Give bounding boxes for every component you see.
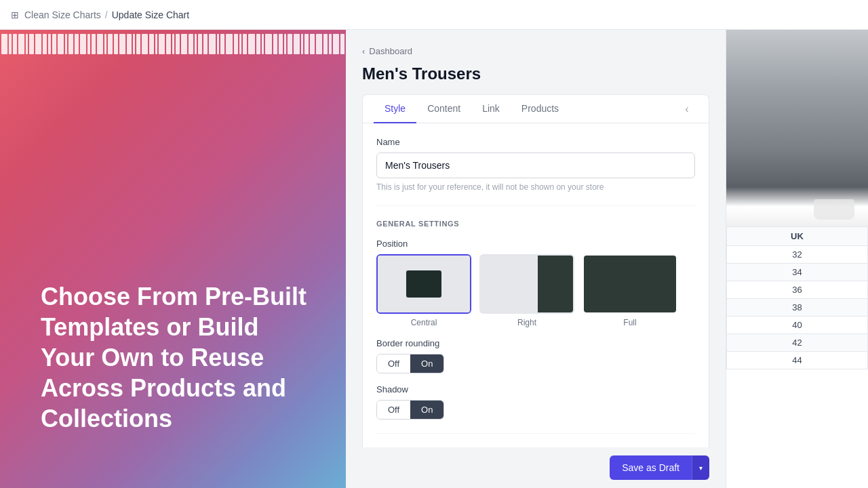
barcode-line bbox=[333, 34, 339, 54]
shadow-off[interactable]: Off bbox=[377, 401, 410, 419]
barcode-line bbox=[1, 34, 7, 54]
barcode-line bbox=[316, 34, 322, 54]
barcode-line bbox=[189, 34, 193, 54]
tab-link[interactable]: Link bbox=[471, 95, 511, 123]
border-rounding-off[interactable]: Off bbox=[377, 354, 410, 373]
form-container: ‹ Dashboard Men's Trousers Style Content… bbox=[346, 30, 726, 447]
position-label-right: Right bbox=[517, 318, 536, 327]
barcode-line bbox=[26, 34, 28, 54]
size-cell: 40 bbox=[727, 317, 868, 334]
barcode-line bbox=[65, 34, 67, 54]
border-rounding-row: Border rounding Off On bbox=[376, 338, 695, 373]
table-row: 34 bbox=[727, 264, 868, 281]
barcode-line bbox=[198, 34, 202, 54]
position-option-right[interactable]: Right bbox=[479, 254, 574, 327]
barcode-line bbox=[239, 34, 241, 54]
barcode-line bbox=[119, 34, 125, 54]
hero-text: Choose From Pre-Built Templates or Build… bbox=[41, 281, 319, 434]
size-cell: 42 bbox=[727, 334, 868, 352]
breadcrumb-app[interactable]: Clean Size Charts bbox=[24, 9, 101, 20]
position-option-full[interactable]: Full bbox=[583, 254, 677, 327]
tab-style[interactable]: Style bbox=[374, 95, 416, 123]
barcode-line bbox=[80, 34, 86, 54]
border-rounding-on[interactable]: On bbox=[410, 354, 443, 373]
barcode-line bbox=[288, 34, 292, 54]
position-preview-central bbox=[376, 254, 471, 314]
barcode-line bbox=[301, 34, 303, 54]
left-panel: Choose From Pre-Built Templates or Build… bbox=[0, 30, 346, 488]
barcode-line bbox=[52, 34, 56, 54]
table-row: 32 bbox=[727, 246, 868, 264]
barcode-line bbox=[29, 34, 33, 54]
pos-bg-central bbox=[378, 256, 470, 312]
barcode-line bbox=[234, 34, 238, 54]
barcode-line bbox=[43, 34, 47, 54]
position-option-central[interactable]: Central bbox=[376, 254, 471, 327]
barcode-line bbox=[127, 34, 131, 54]
barcode-line bbox=[340, 34, 344, 54]
barcode-line bbox=[262, 34, 264, 54]
save-as-draft-button[interactable]: Save as Draft bbox=[610, 455, 692, 480]
barcode-line bbox=[217, 34, 219, 54]
shadow-on[interactable]: On bbox=[410, 401, 443, 419]
barcode-line bbox=[304, 34, 309, 54]
back-link[interactable]: ‹ Dashboard bbox=[362, 46, 709, 56]
top-bar: ⊞ Clean Size Charts / Update Size Chart bbox=[0, 0, 868, 30]
name-label: Name bbox=[376, 137, 695, 147]
barcode-line bbox=[176, 34, 180, 54]
table-row: 38 bbox=[727, 299, 868, 317]
barcode-line bbox=[294, 34, 300, 54]
barcode-line bbox=[75, 34, 79, 54]
size-cell: 38 bbox=[727, 299, 868, 317]
barcode-line bbox=[97, 34, 103, 54]
border-rounding-label: Border rounding bbox=[376, 338, 695, 348]
table-row: 36 bbox=[727, 281, 868, 299]
barcode-line bbox=[58, 34, 64, 54]
right-panel: ‹ Dashboard Men's Trousers Style Content… bbox=[346, 30, 726, 488]
position-preview-right bbox=[479, 254, 574, 314]
breadcrumb: Clean Size Charts / Update Size Chart bbox=[24, 9, 189, 20]
product-photo bbox=[726, 30, 868, 226]
back-arrow-icon: ‹ bbox=[362, 46, 365, 56]
barcode-line bbox=[310, 34, 314, 54]
barcode-line bbox=[68, 34, 73, 54]
barcode-line bbox=[108, 34, 112, 54]
shoe-shape bbox=[814, 199, 854, 220]
size-cell: 36 bbox=[727, 281, 868, 299]
size-table: UK 32343638404244 bbox=[726, 226, 868, 369]
size-table-header: UK bbox=[727, 227, 868, 246]
barcode-line bbox=[220, 34, 224, 54]
barcode-line bbox=[114, 34, 118, 54]
main-area: Choose From Pre-Built Templates or Build… bbox=[0, 30, 868, 488]
shadow-toggle: Off On bbox=[376, 400, 444, 420]
barcode-line bbox=[87, 34, 90, 54]
tabs-card: Style Content Link Products ‹ Name This … bbox=[362, 94, 709, 447]
pos-inner-central bbox=[406, 270, 441, 298]
size-cell: 44 bbox=[727, 352, 868, 369]
barcode-line bbox=[104, 34, 106, 54]
tab-collapse-button[interactable]: ‹ bbox=[676, 95, 698, 123]
barcode-line bbox=[13, 34, 17, 54]
barcode-line bbox=[35, 34, 41, 54]
barcode-line bbox=[159, 34, 165, 54]
size-cell: 34 bbox=[727, 264, 868, 281]
save-bar: Save as Draft ▾ bbox=[346, 447, 726, 488]
barcode-line bbox=[256, 34, 260, 54]
save-button-group: Save as Draft ▾ bbox=[610, 455, 709, 480]
table-row: 42 bbox=[727, 334, 868, 352]
name-input[interactable] bbox=[376, 152, 695, 178]
app-icon: ⊞ bbox=[11, 9, 19, 20]
size-cell: 32 bbox=[727, 246, 868, 264]
save-dropdown-button[interactable]: ▾ bbox=[692, 455, 709, 480]
tabs-header: Style Content Link Products ‹ bbox=[363, 95, 709, 123]
barcode-line bbox=[166, 34, 170, 54]
barcode-line bbox=[329, 34, 331, 54]
tab-products[interactable]: Products bbox=[511, 95, 570, 123]
barcode-line bbox=[136, 34, 140, 54]
page-title: Men's Trousers bbox=[362, 64, 709, 83]
barcode-line bbox=[279, 34, 283, 54]
barcode-line bbox=[265, 34, 271, 54]
barcode-line bbox=[284, 34, 286, 54]
tab-content[interactable]: Content bbox=[416, 95, 471, 123]
barcode-line bbox=[323, 34, 328, 54]
